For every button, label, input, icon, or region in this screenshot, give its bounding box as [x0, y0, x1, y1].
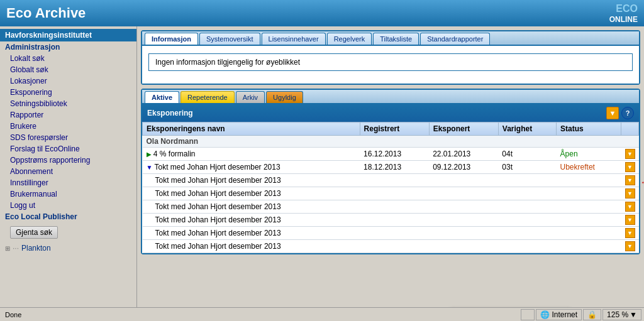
- sort-icon-btn[interactable]: ▼: [606, 107, 619, 119]
- tab-systemoversikt[interactable]: Systemoversikt: [199, 33, 260, 45]
- gjenta-sok-container: Gjenta søk: [0, 222, 136, 242]
- statusbar-right: 🌐 Internet 🔒 125 % ▼: [521, 309, 641, 320]
- row-exposed: 09.12.2013: [429, 161, 498, 174]
- lock-indicator: 🔒: [583, 309, 601, 320]
- row-duration: 03t: [498, 161, 556, 174]
- main-layout: Havforskningsinstituttet Administrasjon …: [0, 26, 644, 307]
- sidebar-tree: ⊞ ··· Plankton: [0, 242, 136, 254]
- org-row: Ola Nordmann: [143, 136, 639, 148]
- statusbar-text: Done: [3, 311, 21, 318]
- dropdown-arrow-icon[interactable]: ▼: [625, 149, 635, 159]
- row-name: Tokt med Johan Hjort desember 2013: [143, 240, 360, 253]
- tab-regelverk[interactable]: Regelverk: [327, 33, 372, 45]
- tab-repeterende[interactable]: Repeterende: [180, 91, 235, 103]
- row-name: Tokt med Johan Hjort desember 2013: [143, 214, 360, 227]
- sidebar-item-oppstroms[interactable]: Oppstrøms rapportering: [0, 155, 136, 166]
- sidebar: Havforskningsinstituttet Administrasjon …: [0, 26, 137, 307]
- statusbar-segments: [521, 309, 535, 320]
- tab-standardrapporter[interactable]: Standardrapporter: [420, 33, 490, 45]
- internet-indicator: 🌐 Internet: [536, 309, 582, 320]
- dropdown-arrow-icon[interactable]: ▼: [625, 215, 635, 225]
- table-row[interactable]: Tokt med Johan Hjort desember 2013▼: [143, 240, 639, 253]
- content-area: Informasjon Systemoversikt Lisensinnehav…: [137, 26, 644, 307]
- dropdown-arrow-icon[interactable]: ▼: [625, 188, 635, 199]
- row-exposed: 22.01.2013: [429, 148, 498, 161]
- table-row[interactable]: Tokt med Johan Hjort desember 2013▼: [143, 227, 639, 240]
- gjenta-sok-button[interactable]: Gjenta søk: [10, 226, 58, 239]
- external-arrow-indicator: ←: [640, 177, 644, 187]
- zoom-value: 125 %: [607, 310, 628, 319]
- col-registered: Registrert: [360, 122, 429, 136]
- sidebar-item-setningsbibliotek[interactable]: Setningsbibliotek: [0, 98, 136, 109]
- dropdown-arrow-icon[interactable]: ▼: [625, 228, 635, 238]
- statusbar: Done 🌐 Internet 🔒 125 % ▼: [0, 307, 644, 321]
- sidebar-item-abonnement[interactable]: Abonnement: [0, 166, 136, 177]
- sidebar-item-logg-ut[interactable]: Logg ut: [0, 200, 136, 211]
- sidebar-item-forslag[interactable]: Forslag til EcoOnline: [0, 143, 136, 155]
- row-registered: 18.12.2013: [360, 161, 429, 174]
- col-name: Eksponeringens navn: [143, 122, 360, 136]
- table-row[interactable]: Tokt med Johan Hjort desember 2013▼: [143, 200, 639, 214]
- tab-aktive[interactable]: Aktive: [145, 91, 179, 103]
- section-label: Eksponering: [147, 109, 193, 117]
- tab-informasjon[interactable]: Informasjon: [145, 33, 198, 45]
- sidebar-org: Havforskningsinstituttet: [0, 29, 136, 41]
- bottom-section-header: Eksponering ▼ ?: [142, 104, 639, 122]
- zoom-dropdown-icon[interactable]: ▼: [630, 310, 637, 319]
- col-actions: [621, 122, 639, 136]
- sidebar-item-lokalt-sok[interactable]: Lokalt søk: [0, 53, 136, 64]
- sidebar-item-sds[interactable]: SDS forespørsler: [0, 132, 136, 143]
- bottom-panel: Aktive Repeterende Arkiv Ugyldig Ekspone…: [141, 89, 640, 254]
- eco-text: ECO: [616, 3, 638, 14]
- eco-online-logo: ECO ONLINE: [609, 3, 638, 24]
- online-text: ONLINE: [609, 15, 638, 24]
- row-dropdown[interactable]: ▼: [621, 161, 639, 174]
- play-icon: ▶: [147, 151, 152, 158]
- sidebar-item-globalt-sok[interactable]: Globalt søk: [0, 64, 136, 75]
- internet-label: Internet: [552, 310, 577, 319]
- row-name: Tokt med Johan Hjort desember 2013: [143, 227, 360, 240]
- tree-plankton-label[interactable]: Plankton: [21, 244, 51, 253]
- sidebar-item-brukere[interactable]: Brukere: [0, 121, 136, 132]
- row-name: ▶ 4 % formalin: [143, 148, 360, 161]
- table-row[interactable]: Tokt med Johan Hjort desember 2013▼: [143, 187, 639, 200]
- table-row[interactable]: ▶ 4 % formalin 16.12.2013 22.01.2013 04t…: [143, 148, 639, 161]
- dropdown-arrow-icon[interactable]: ▼: [625, 175, 635, 185]
- app-title: Eco Archive: [6, 5, 86, 21]
- col-exposed: Eksponert: [429, 122, 498, 136]
- tab-arkiv[interactable]: Arkiv: [236, 91, 265, 103]
- row-duration: 04t: [498, 148, 556, 161]
- sidebar-item-lokasjoner[interactable]: Lokasjoner: [0, 75, 136, 87]
- table-row[interactable]: ▼ Tokt med Johan Hjort desember 2013 18.…: [143, 161, 639, 174]
- top-panel-body: Ingen informasjon tilgjengelig for øyebl…: [142, 46, 639, 84]
- sidebar-item-rapporter[interactable]: Rapporter: [0, 109, 136, 121]
- table-row[interactable]: Tokt med Johan Hjort desember 2013▼: [143, 214, 639, 227]
- tree-expand-icon[interactable]: ⊞: [5, 245, 10, 252]
- zoom-display: 125 % ▼: [602, 309, 641, 320]
- sidebar-item-innstillinger[interactable]: Innstillinger: [0, 177, 136, 188]
- row-registered: 16.12.2013: [360, 148, 429, 161]
- dropdown-arrow-icon[interactable]: ▼: [625, 241, 635, 251]
- globe-icon: 🌐: [540, 310, 550, 319]
- table-container: Eksponeringens navn Registrert Eksponert…: [142, 122, 639, 253]
- row-dropdown[interactable]: ▼: [621, 148, 639, 161]
- top-panel: Informasjon Systemoversikt Lisensinnehav…: [141, 30, 640, 85]
- row-name: Tokt med Johan Hjort desember 2013: [143, 187, 360, 200]
- table-row[interactable]: Tokt med Johan Hjort desember 2013▼: [143, 174, 639, 187]
- expand-icon: ▼: [147, 164, 153, 171]
- row-name: Tokt med Johan Hjort desember 2013: [143, 200, 360, 214]
- tab-ugyldig[interactable]: Ugyldig: [266, 91, 303, 103]
- help-icon-btn[interactable]: ?: [621, 107, 634, 119]
- dropdown-arrow-icon[interactable]: ▼: [625, 162, 635, 172]
- row-status: Ubekreftet: [557, 161, 621, 174]
- tab-lisensinnehaver[interactable]: Lisensinnehaver: [262, 33, 326, 45]
- eksponering-table: Eksponeringens navn Registrert Eksponert…: [142, 122, 639, 253]
- info-message: Ingen informasjon tilgjengelig for øyebl…: [148, 53, 633, 71]
- tab-tiltaksliste[interactable]: Tiltaksliste: [373, 33, 419, 45]
- table-row: Ola Nordmann: [143, 136, 639, 148]
- sidebar-item-eksponering[interactable]: Eksponering: [0, 87, 136, 98]
- sidebar-publisher: Eco Local Publisher: [0, 211, 136, 222]
- lock-icon: 🔒: [587, 310, 597, 319]
- dropdown-arrow-icon[interactable]: ▼: [625, 202, 635, 212]
- sidebar-item-brukermanual[interactable]: Brukermanual: [0, 188, 136, 200]
